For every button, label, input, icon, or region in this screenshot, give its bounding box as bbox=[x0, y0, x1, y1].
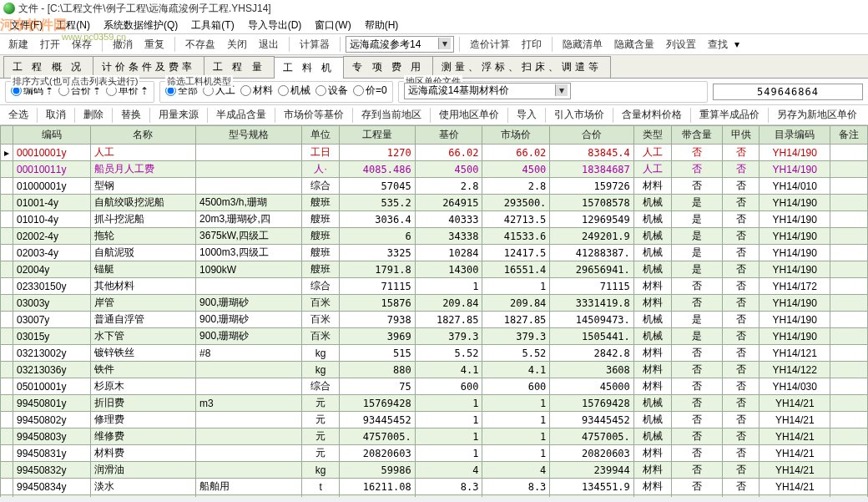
total-value-input[interactable] bbox=[713, 84, 863, 100]
row-selector[interactable] bbox=[1, 328, 13, 345]
cell[interactable] bbox=[830, 145, 868, 161]
cell[interactable]: 否 bbox=[671, 462, 722, 479]
cell[interactable]: 1 bbox=[415, 412, 482, 428]
cell[interactable]: 18384687 bbox=[550, 161, 633, 178]
table-row[interactable]: 03007y普通自浮管900,珊瑚砂百米79381827.851827.8514… bbox=[1, 312, 868, 328]
cell[interactable]: 自航泥驳 bbox=[90, 245, 195, 261]
table-row[interactable]: 99450801y折旧费m3元157694281115769428机械否否YH1… bbox=[1, 395, 868, 412]
cell[interactable]: 600 bbox=[482, 378, 550, 395]
cell[interactable] bbox=[196, 378, 302, 395]
cell[interactable]: kg bbox=[302, 345, 340, 362]
table-row[interactable]: 01010-4y抓斗挖泥船20m3,珊瑚砂,四艘班3036.4403334271… bbox=[1, 211, 868, 228]
menu-help[interactable]: 帮助(H) bbox=[360, 17, 404, 34]
cell[interactable] bbox=[830, 362, 868, 378]
cell[interactable]: 93445452 bbox=[339, 412, 415, 428]
cell[interactable]: 1 bbox=[482, 278, 550, 295]
cell[interactable] bbox=[196, 145, 302, 161]
cell[interactable]: 1 bbox=[482, 395, 550, 412]
cell[interactable]: 杉原木 bbox=[90, 378, 195, 395]
table-row[interactable]: 02003-4y自航泥驳1000m3,四级工艘班33251028412417.5… bbox=[1, 245, 868, 261]
cell[interactable] bbox=[830, 178, 868, 195]
cell[interactable]: 是 bbox=[671, 312, 722, 328]
cell[interactable]: 535.2 bbox=[339, 195, 415, 211]
table-row[interactable]: 99450831y材料费元208206031120820603材料否否YH14/… bbox=[1, 445, 868, 462]
cell[interactable]: 否 bbox=[722, 345, 760, 362]
row-selector[interactable] bbox=[1, 295, 13, 312]
cell[interactable]: 其他材料 bbox=[90, 278, 195, 295]
cell[interactable]: 铁件 bbox=[90, 362, 195, 378]
cell[interactable]: 2842.8 bbox=[550, 345, 633, 362]
cell[interactable]: 是 bbox=[671, 211, 722, 228]
cell[interactable]: 1 bbox=[415, 428, 482, 445]
table-row[interactable]: 99450834y淡水船舶用t16211.088.38.3134551.9材料否… bbox=[1, 479, 868, 495]
menu-toolbox[interactable]: 工具箱(T) bbox=[186, 17, 239, 34]
action-12[interactable]: 重算半成品价 bbox=[696, 106, 763, 124]
cell[interactable]: 4 bbox=[415, 495, 482, 498]
menu-window[interactable]: 窗口(W) bbox=[310, 17, 356, 34]
cell[interactable]: 否 bbox=[671, 345, 722, 362]
cell[interactable]: 人工 bbox=[633, 145, 671, 161]
cell[interactable]: 机械 bbox=[633, 211, 671, 228]
cell[interactable]: 75 bbox=[339, 378, 415, 395]
cell[interactable]: 材料 bbox=[633, 345, 671, 362]
cell[interactable]: 81845341. bbox=[550, 495, 633, 498]
cell[interactable]: 综合 bbox=[302, 278, 340, 295]
cell[interactable]: 83845.4 bbox=[550, 145, 633, 161]
cell[interactable]: 机械 bbox=[633, 261, 671, 278]
cell[interactable]: YH14/010 bbox=[760, 178, 830, 195]
cell[interactable]: YH14/190 bbox=[760, 228, 830, 245]
cell[interactable] bbox=[830, 345, 868, 362]
cell[interactable]: 209.84 bbox=[482, 295, 550, 312]
col-header[interactable]: 编码 bbox=[13, 126, 91, 145]
cell[interactable]: kg bbox=[302, 462, 340, 479]
open-button[interactable]: 打开 bbox=[35, 36, 65, 53]
cell[interactable]: 05010001y bbox=[13, 378, 91, 395]
cell[interactable]: 4500 bbox=[482, 161, 550, 178]
cell[interactable]: 03213036y bbox=[13, 362, 91, 378]
row-selector-header[interactable] bbox=[1, 126, 13, 145]
cell[interactable] bbox=[830, 328, 868, 345]
row-selector[interactable] bbox=[1, 211, 13, 228]
table-row[interactable]: 00010011y船员月人工费人·4085.486450045001838468… bbox=[1, 161, 868, 178]
col-header[interactable]: 类型 bbox=[633, 126, 671, 145]
cell[interactable]: 134551.9 bbox=[550, 479, 633, 495]
cell[interactable]: 锚艇 bbox=[90, 261, 195, 278]
cell[interactable]: 否 bbox=[722, 312, 760, 328]
cell[interactable]: 否 bbox=[671, 145, 722, 161]
close-button[interactable]: 关闭 bbox=[222, 36, 252, 53]
cell[interactable]: 人工 bbox=[633, 161, 671, 178]
cell[interactable]: 20m3,珊瑚砂,四 bbox=[196, 211, 302, 228]
cell[interactable]: 否 bbox=[671, 278, 722, 295]
row-selector[interactable] bbox=[1, 479, 13, 495]
cell[interactable]: 抓斗挖泥船 bbox=[90, 211, 195, 228]
table-row[interactable]: 03213036y铁件kg8804.14.13608材料否否YH14/122 bbox=[1, 362, 868, 378]
cell[interactable]: 材料 bbox=[633, 462, 671, 479]
cell[interactable]: 否 bbox=[671, 412, 722, 428]
cell[interactable] bbox=[196, 462, 302, 479]
cell[interactable]: 264915 bbox=[415, 195, 482, 211]
row-selector[interactable] bbox=[1, 362, 13, 378]
cell[interactable]: YH14/030 bbox=[760, 378, 830, 395]
cell[interactable]: YH14/21 bbox=[760, 412, 830, 428]
cell[interactable]: 66.02 bbox=[482, 145, 550, 161]
cell[interactable] bbox=[830, 479, 868, 495]
cell[interactable]: 16211.08 bbox=[339, 479, 415, 495]
cell[interactable] bbox=[196, 362, 302, 378]
cell[interactable]: 59986 bbox=[339, 462, 415, 479]
cell[interactable]: 否 bbox=[722, 161, 760, 178]
cell[interactable] bbox=[196, 161, 302, 178]
cell[interactable]: 材料费 bbox=[90, 445, 195, 462]
cell[interactable]: 20820603 bbox=[550, 445, 633, 462]
cell[interactable]: YH14/190 bbox=[760, 245, 830, 261]
cell[interactable]: 6.8 bbox=[482, 495, 550, 498]
cell[interactable] bbox=[830, 412, 868, 428]
row-selector[interactable] bbox=[1, 261, 13, 278]
cell[interactable]: 4.1 bbox=[415, 362, 482, 378]
cell[interactable]: 1827.85 bbox=[482, 312, 550, 328]
cell[interactable]: 03015y bbox=[13, 328, 91, 345]
cell[interactable]: 8.3 bbox=[415, 479, 482, 495]
cell[interactable]: 否 bbox=[722, 245, 760, 261]
cell[interactable]: 57045 bbox=[339, 178, 415, 195]
action-8[interactable]: 使用地区单价 bbox=[436, 106, 502, 124]
cell[interactable] bbox=[830, 428, 868, 445]
